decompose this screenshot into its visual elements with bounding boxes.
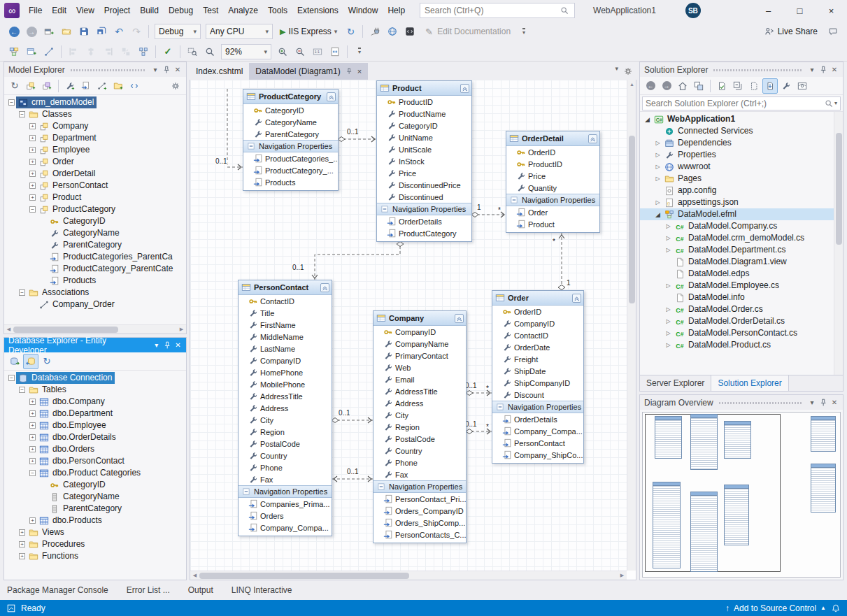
entity-property[interactable]: CategoryName: [243, 116, 338, 128]
entity-header[interactable]: ProductCategory: [243, 89, 338, 104]
menu-file[interactable]: File: [24, 3, 47, 18]
entity-header[interactable]: Order: [492, 291, 583, 306]
navigation-properties-header[interactable]: Navigation Properties: [506, 194, 599, 206]
entity-navigation-property[interactable]: Product: [506, 218, 599, 230]
new-diagram-button[interactable]: [6, 43, 22, 60]
source-control-chevron-icon[interactable]: ▲: [820, 605, 826, 611]
entity-property[interactable]: Country: [373, 445, 466, 457]
entity-property[interactable]: Price: [506, 170, 599, 182]
expander-icon[interactable]: −: [17, 289, 27, 296]
switch-views-button[interactable]: [691, 78, 706, 94]
tree-item-categoryid[interactable]: CategoryID: [4, 215, 186, 227]
expander-icon[interactable]: +: [28, 194, 37, 201]
gear-icon[interactable]: [622, 66, 634, 77]
close-icon[interactable]: ✕: [172, 64, 183, 76]
nav-back-sm-button[interactable]: ←: [643, 78, 658, 94]
align-middle-button[interactable]: [83, 43, 99, 60]
entity-property[interactable]: Address: [373, 397, 466, 409]
pin-icon[interactable]: [161, 64, 172, 76]
pin-icon[interactable]: [818, 397, 829, 408]
entity-property[interactable]: Region: [373, 421, 466, 433]
scroll-left-icon[interactable]: ◀: [4, 325, 13, 334]
entity-property[interactable]: FirstName: [239, 319, 332, 331]
solution-search-input[interactable]: [646, 99, 823, 108]
entity-property[interactable]: ShipDate: [492, 365, 583, 377]
entity-productcategory[interactable]: ProductCategoryCategoryIDCategoryNamePar…: [243, 89, 339, 191]
tree-item-dbo-company[interactable]: +dbo.Company: [4, 396, 186, 408]
minimize-button[interactable]: –: [753, 0, 784, 21]
entity-property[interactable]: UnitScale: [377, 143, 471, 155]
expander-icon[interactable]: ◢: [653, 211, 662, 218]
entity-property[interactable]: Quantity: [506, 182, 599, 194]
add-association-tool-button[interactable]: [41, 43, 57, 60]
tree-item-categoryid[interactable]: CategoryID: [4, 479, 186, 491]
expander-icon[interactable]: −: [7, 99, 16, 106]
entity-header[interactable]: Company: [373, 311, 466, 326]
add-navigation-property-button[interactable]: [78, 78, 94, 94]
tree-item-dbo-orders[interactable]: +dbo.Orders: [4, 443, 186, 455]
tree-item-datamodel-edps[interactable]: DataModel.edps: [640, 268, 843, 280]
navigation-properties-header[interactable]: Navigation Properties: [377, 203, 471, 215]
entity-header[interactable]: Product: [377, 81, 471, 96]
expander-icon[interactable]: ▷: [653, 140, 662, 146]
tree-item-productcategories-parentca[interactable]: ProductCategories_ParentCa: [4, 251, 186, 263]
menu-analyze[interactable]: Analyze: [223, 3, 263, 18]
menu-extensions[interactable]: Extensions: [292, 3, 343, 18]
tree-item-datamodel-company-cs[interactable]: ▷C#DataModel.Company.cs: [640, 220, 843, 232]
entity-property[interactable]: PostalCode: [373, 433, 466, 445]
attach-button[interactable]: [366, 23, 383, 40]
overflow-button[interactable]: ▾: [515, 23, 532, 40]
entity-property[interactable]: CompanyID: [239, 354, 332, 366]
browser-link-button[interactable]: [384, 23, 401, 40]
pin-icon[interactable]: [818, 64, 829, 76]
expander-icon[interactable]: +: [28, 159, 37, 165]
collapse-entity-button[interactable]: [572, 294, 581, 303]
expander-icon[interactable]: +: [28, 446, 37, 452]
entity-orderdetail[interactable]: OrderDetailOrderIDProductIDPriceQuantity…: [506, 131, 600, 233]
tree-item-pages[interactable]: ▷Pages: [640, 173, 843, 185]
fit-to-page-button[interactable]: [327, 43, 343, 60]
close-tab-icon[interactable]: ×: [357, 67, 362, 76]
entity-header[interactable]: OrderDetail: [506, 131, 599, 146]
close-button[interactable]: ×: [816, 0, 847, 21]
navigation-properties-header[interactable]: Navigation Properties: [373, 480, 466, 493]
add-association-button[interactable]: [94, 78, 110, 94]
navigation-properties-header[interactable]: Navigation Properties: [492, 401, 583, 413]
panel-tab-linq-interactive[interactable]: LINQ Interactive: [232, 585, 292, 595]
new-project-button[interactable]: [41, 23, 57, 40]
tree-item-functions[interactable]: +Functions: [4, 550, 186, 562]
tree-item-webapplication1[interactable]: ◢C#WebApplication1: [640, 113, 843, 125]
tree-item-views[interactable]: +Views: [4, 527, 186, 538]
expander-icon[interactable]: −: [28, 206, 37, 213]
expander-icon[interactable]: ▷: [653, 152, 662, 158]
panel-tab-error-list-[interactable]: Error List ...: [127, 585, 170, 595]
tree-item-orderdetail[interactable]: +OrderDetail: [4, 168, 186, 180]
tree-item-parentcategory[interactable]: ParentCategory: [4, 503, 186, 515]
debug-target-select[interactable]: Debug▾: [155, 24, 201, 39]
collapse-all-button[interactable]: [730, 78, 746, 94]
entity-navigation-property[interactable]: Orders: [239, 510, 332, 522]
expander-icon[interactable]: ▷: [664, 223, 673, 229]
tree-item-connected-services[interactable]: Connected Services: [640, 125, 843, 137]
redo-button[interactable]: ↷: [128, 23, 145, 40]
scroll-thumb[interactable]: [629, 136, 635, 303]
tree-item-datamodel-employee-cs[interactable]: ▷C#DataModel.Employee.cs: [640, 280, 843, 292]
nav-forward-button[interactable]: →: [23, 23, 40, 40]
entity-navigation-property[interactable]: OrderDetails: [377, 215, 471, 227]
close-icon[interactable]: ✕: [829, 64, 840, 76]
tree-item-order[interactable]: +Order: [4, 156, 186, 168]
tree-item-dbo-employee[interactable]: +dbo.Employee: [4, 420, 186, 431]
entity-property[interactable]: MobilePhone: [239, 378, 332, 390]
entity-property[interactable]: Fax: [373, 468, 466, 480]
zoom-in-button[interactable]: [274, 43, 291, 60]
entity-property[interactable]: ShipCompanyID: [492, 377, 583, 389]
entity-property[interactable]: DiscontinuedPrice: [377, 179, 471, 191]
validate-model-button[interactable]: ✓: [159, 43, 176, 60]
scroll-right-icon[interactable]: ▶: [618, 571, 627, 580]
nav-back-button[interactable]: ←: [6, 23, 22, 40]
refresh-button[interactable]: ↻: [39, 354, 55, 369]
entity-property[interactable]: ProductName: [377, 108, 471, 120]
quick-search-box[interactable]: [420, 3, 575, 18]
entity-product[interactable]: ProductProductIDProductNameCategoryIDUni…: [376, 80, 472, 242]
entity-property[interactable]: Phone: [239, 461, 332, 473]
